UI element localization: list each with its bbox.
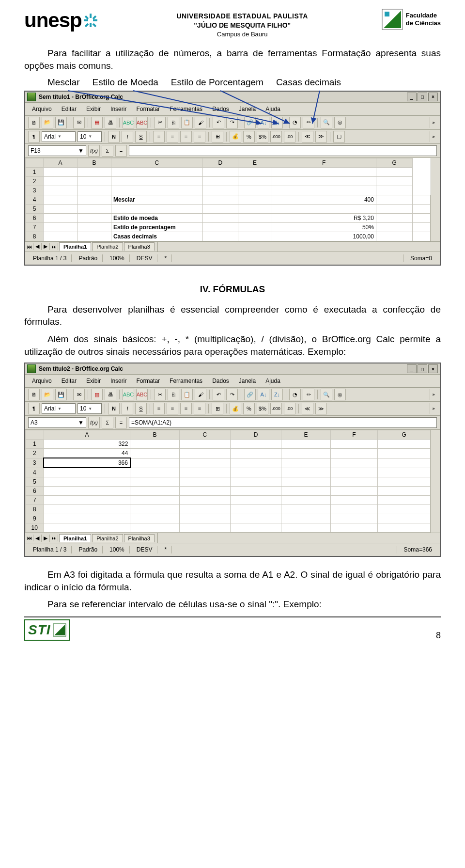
menu-formatar[interactable]: Formatar: [132, 377, 164, 385]
align-right-icon[interactable]: ≡: [180, 131, 192, 142]
row-header[interactable]: 8: [26, 505, 44, 514]
sort-asc-icon[interactable]: A↓: [258, 389, 269, 400]
corner-box[interactable]: [26, 430, 44, 440]
close-icon[interactable]: ×: [428, 93, 438, 101]
col-header[interactable]: D: [202, 158, 238, 167]
row-header[interactable]: 1: [26, 440, 44, 449]
add-decimal-icon[interactable]: .000: [270, 131, 282, 142]
horizontal-scrollbar[interactable]: [157, 242, 440, 252]
new-doc-icon[interactable]: 🗎: [28, 117, 40, 128]
menu-inserir[interactable]: Inserir: [107, 377, 130, 385]
hyperlink-icon[interactable]: 🔗: [244, 389, 256, 400]
toolbar-overflow-icon[interactable]: »: [430, 389, 437, 400]
cut-icon[interactable]: ✂: [154, 389, 166, 400]
close-icon[interactable]: ×: [428, 364, 438, 373]
indent-dec-icon[interactable]: ≪: [302, 131, 313, 142]
horizontal-scrollbar[interactable]: [157, 533, 440, 543]
hyperlink-icon[interactable]: 🔗: [244, 117, 256, 128]
ss1-grid[interactable]: A B C D E F G 1 2 3 4Mesclar400 5 6Estil…: [25, 158, 431, 241]
menu-dados[interactable]: Dados: [208, 377, 233, 385]
align-center-icon[interactable]: ≡: [167, 403, 178, 414]
ss1-sheet-tabs[interactable]: ⏮ ◀ ▶ ⏭ Planilha1 Planilha2 Planilha3: [25, 241, 440, 252]
tab-nav-prev-icon[interactable]: ◀: [33, 243, 42, 250]
row-header[interactable]: 4: [26, 468, 44, 477]
function-wizard-icon[interactable]: f(x): [88, 417, 100, 428]
indent-inc-icon[interactable]: ≫: [315, 403, 327, 414]
ss2-sheet-tabs[interactable]: ⏮ ◀ ▶ ⏭ Planilha1 Planilha2 Planilha3: [25, 533, 440, 543]
align-justify-icon[interactable]: ≡: [194, 131, 205, 142]
currency-icon[interactable]: 💰: [230, 403, 241, 414]
align-justify-icon[interactable]: ≡: [194, 403, 205, 414]
find-icon[interactable]: 🔍: [321, 117, 332, 128]
col-header[interactable]: C: [179, 430, 230, 440]
paste-icon[interactable]: 📋: [181, 117, 193, 128]
sheet-tab[interactable]: Planilha2: [92, 242, 123, 251]
autospell-icon[interactable]: ABC: [136, 389, 148, 400]
borders-icon[interactable]: ▢: [333, 131, 345, 142]
name-box[interactable]: F13▼: [28, 145, 86, 156]
ss1-format-toolbar[interactable]: ¶ Arial▼ 10▼ N I S ≡ ≡ ≡ ≡ ⊞ 💰 % $% .000…: [25, 130, 440, 144]
fontsize-combo[interactable]: 10▼: [78, 403, 102, 414]
default-num-icon[interactable]: $%: [257, 131, 268, 142]
tab-nav-last-icon[interactable]: ⏭: [50, 535, 58, 541]
autospell-icon[interactable]: ABC: [136, 117, 148, 128]
redo-icon[interactable]: ↷: [226, 389, 238, 400]
menu-inserir[interactable]: Inserir: [107, 105, 130, 113]
undo-icon[interactable]: ↶: [213, 389, 224, 400]
minimize-icon[interactable]: _: [407, 93, 417, 101]
row-header[interactable]: 3: [26, 186, 44, 195]
italic-icon[interactable]: I: [122, 403, 133, 414]
menu-ferramentas[interactable]: Ferramentas: [166, 105, 206, 113]
col-header[interactable]: F: [330, 430, 377, 440]
menu-janela[interactable]: Janela: [235, 105, 260, 113]
sort-asc-icon[interactable]: A↓: [258, 117, 269, 128]
ss2-grid[interactable]: A B C D E F G 1322 244 3366 4 5 6 7 8 9 …: [25, 430, 431, 533]
print-icon[interactable]: 🖶: [105, 389, 116, 400]
styles-icon[interactable]: ¶: [28, 131, 40, 142]
chart-icon[interactable]: ◔: [289, 117, 301, 128]
ss1-standard-toolbar[interactable]: 🗎 📂 💾 ✉ ▤ 🖶 ABC ABC ✂ ⎘ 📋 🖌 ↶ ↷: [25, 116, 440, 130]
row-header[interactable]: 1: [26, 167, 44, 176]
menu-ferramentas[interactable]: Ferramentas: [166, 377, 206, 385]
spellcheck-icon[interactable]: ABC: [123, 117, 134, 128]
vertical-scrollbar[interactable]: [431, 430, 440, 533]
remove-decimal-icon[interactable]: .00: [284, 131, 295, 142]
ss2-menubar[interactable]: Arquivo Editar Exibir Inserir Formatar F…: [25, 375, 440, 388]
ss2-formula-bar[interactable]: A3▼ f(x) Σ = =SOMA(A1:A2): [25, 416, 440, 430]
row-header[interactable]: 4: [26, 195, 44, 204]
format-paintbrush-icon[interactable]: 🖌: [195, 389, 206, 400]
draw-icon[interactable]: ✏: [303, 389, 314, 400]
copy-icon[interactable]: ⎘: [168, 389, 179, 400]
percent-icon[interactable]: %: [243, 403, 255, 414]
draw-icon[interactable]: ✏: [303, 117, 314, 128]
menu-ajuda[interactable]: Ajuda: [262, 105, 284, 113]
menu-arquivo[interactable]: Arquivo: [28, 377, 56, 385]
tab-nav-prev-icon[interactable]: ◀: [33, 535, 42, 542]
vertical-scrollbar[interactable]: [431, 158, 440, 241]
merge-cells-icon[interactable]: ⊞: [212, 131, 223, 142]
cell[interactable]: 322: [44, 440, 130, 449]
bold-icon[interactable]: N: [108, 131, 120, 142]
save-icon[interactable]: 💾: [55, 389, 67, 400]
indent-inc-icon[interactable]: ≫: [315, 131, 327, 142]
ss2-format-toolbar[interactable]: ¶ Arial▼ 10▼ N I S ≡ ≡ ≡ ≡ ⊞ 💰 % $% .000…: [25, 402, 440, 416]
tab-nav-last-icon[interactable]: ⏭: [50, 243, 58, 250]
selected-cell[interactable]: 366: [44, 458, 130, 468]
cell[interactable]: R$ 3,20: [272, 213, 376, 222]
menu-ajuda[interactable]: Ajuda: [262, 377, 284, 385]
formula-input[interactable]: [129, 145, 437, 156]
col-header[interactable]: G: [376, 158, 412, 167]
font-combo[interactable]: Arial▼: [42, 403, 76, 414]
find-icon[interactable]: 🔍: [321, 389, 332, 400]
indent-dec-icon[interactable]: ≪: [302, 403, 313, 414]
currency-icon[interactable]: 💰: [230, 131, 241, 142]
save-icon[interactable]: 💾: [55, 117, 67, 128]
col-header[interactable]: A: [44, 158, 78, 167]
menu-editar[interactable]: Editar: [58, 377, 80, 385]
navigator-icon[interactable]: ◎: [334, 117, 346, 128]
tab-nav-next-icon[interactable]: ▶: [42, 535, 50, 542]
menu-exibir[interactable]: Exibir: [82, 105, 105, 113]
row-header[interactable]: 7: [26, 222, 44, 232]
paste-icon[interactable]: 📋: [181, 389, 193, 400]
align-left-icon[interactable]: ≡: [153, 403, 165, 414]
